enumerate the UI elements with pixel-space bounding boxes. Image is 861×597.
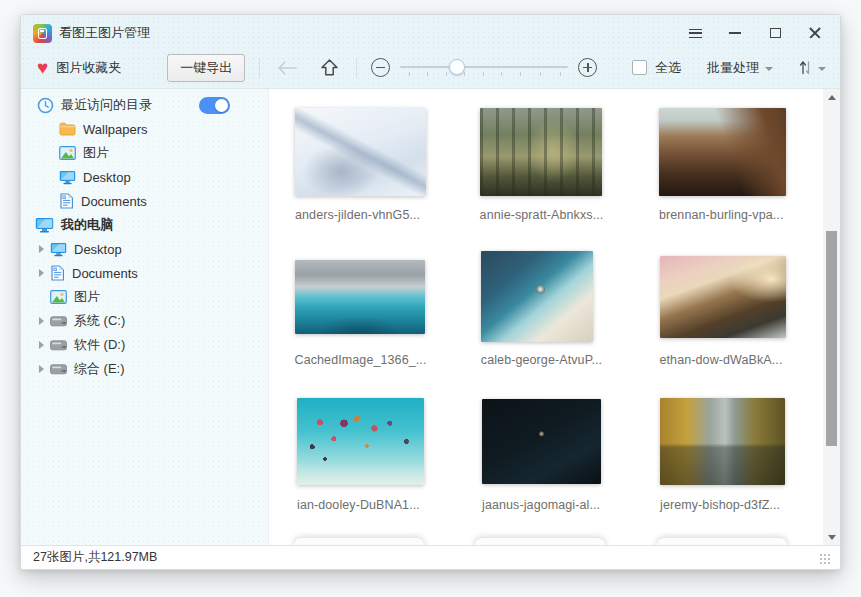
- thumbnail-image[interactable]: [295, 260, 425, 334]
- sidebar-item-desktop-recent[interactable]: Desktop: [21, 165, 268, 189]
- window-controls: [682, 22, 828, 44]
- thumbnail-cell[interactable]: jaanus-jagomagi-al...: [451, 394, 632, 539]
- sidebar-item-pictures[interactable]: 图片: [21, 285, 268, 309]
- sidebar-item-wallpapers[interactable]: Wallpapers: [21, 117, 268, 141]
- thumbnail-image[interactable]: [297, 398, 424, 485]
- drive-icon: [50, 364, 67, 375]
- desktop-background: 看图王图片管理 ♥ 图片收藏夹 一键导出: [0, 0, 861, 597]
- sidebar-item-drive-e[interactable]: 综合 (E:): [21, 357, 268, 381]
- thumbnail-filename[interactable]: jaanus-jagomagi-al...: [482, 498, 600, 512]
- sidebar-item-drive-d[interactable]: 软件 (D:): [21, 333, 268, 357]
- toolbar-separator: [356, 58, 357, 78]
- zoom-in-icon[interactable]: [578, 58, 597, 77]
- sidebar-section-recent[interactable]: 最近访问的目录: [21, 93, 268, 117]
- thumbnail-cell[interactable]: caleb-george-AtvuP...: [451, 249, 632, 394]
- thumbnail-cell[interactable]: brennan-burling-vpa...: [632, 104, 813, 249]
- thumbnail-image[interactable]: [295, 108, 426, 196]
- statusbar: 27张图片,共121.97MB: [21, 545, 840, 569]
- thumbnail-size-slider[interactable]: [400, 57, 568, 79]
- thumbnail-filename[interactable]: brennan-burling-vpa...: [659, 208, 784, 222]
- section-label[interactable]: 最近访问的目录: [61, 96, 152, 114]
- export-button[interactable]: 一键导出: [167, 54, 245, 82]
- monitor-icon: [59, 170, 76, 185]
- sort-icon[interactable]: [799, 60, 812, 75]
- up-home-icon[interactable]: [316, 56, 342, 80]
- expand-arrow-icon[interactable]: [39, 269, 44, 277]
- thumbnail-cell[interactable]: CachedImage_1366_...: [270, 249, 451, 394]
- thumbnail-cell[interactable]: anders-jilden-vhnG5...: [270, 104, 451, 249]
- thumbnail-cell[interactable]: jeremy-bishop-d3fZ...: [632, 394, 813, 539]
- sidebar-item-label[interactable]: Documents: [72, 266, 138, 281]
- sidebar-item-drive-c[interactable]: 系统 (C:): [21, 309, 268, 333]
- batch-process-dropdown[interactable]: 批量处理: [707, 59, 773, 77]
- slider-handle[interactable]: [449, 59, 465, 75]
- thumbnail-filename[interactable]: ian-dooley-DuBNA1...: [297, 498, 420, 512]
- select-all-checkbox[interactable]: [632, 60, 647, 75]
- sidebar-item-label[interactable]: 图片: [83, 144, 109, 162]
- sidebar-item-label[interactable]: Desktop: [74, 242, 122, 257]
- sidebar-item-documents-recent[interactable]: Documents: [21, 189, 268, 213]
- thumbnail-image[interactable]: [480, 108, 602, 196]
- sidebar-item-label[interactable]: Documents: [81, 194, 147, 209]
- resize-grip[interactable]: [818, 552, 830, 564]
- thumbnail-filename[interactable]: jeremy-bishop-d3fZ...: [660, 498, 780, 512]
- next-row-thumbnail-edge: [657, 538, 787, 545]
- thumbnail-cell[interactable]: ethan-dow-dWaBkA...: [632, 249, 813, 394]
- select-all-control[interactable]: 全选: [632, 59, 681, 77]
- expand-arrow-icon[interactable]: [39, 317, 44, 325]
- select-all-label[interactable]: 全选: [655, 59, 681, 77]
- expand-arrow-icon[interactable]: [39, 341, 44, 349]
- thumbnail-filename[interactable]: annie-spratt-Abnkxs...: [480, 208, 604, 222]
- thumbnail-image[interactable]: [660, 256, 786, 338]
- sidebar-item-documents[interactable]: Documents: [21, 261, 268, 285]
- thumbnail-cell[interactable]: ian-dooley-DuBNA1...: [270, 394, 451, 539]
- sidebar-item-label[interactable]: Wallpapers: [83, 122, 148, 137]
- thumbnail-image[interactable]: [660, 398, 785, 485]
- document-icon: [50, 265, 65, 281]
- sidebar-item-pictures-recent[interactable]: 图片: [21, 141, 268, 165]
- sort-dropdown[interactable]: [799, 60, 826, 75]
- zoom-out-icon[interactable]: [371, 58, 390, 77]
- thumbnail-image[interactable]: [481, 251, 593, 342]
- sidebar-item-label[interactable]: 图片: [74, 288, 100, 306]
- vertical-scrollbar[interactable]: [823, 89, 840, 545]
- toolbar-right-group: 全选 批量处理: [632, 59, 826, 77]
- thumbnail-image[interactable]: [659, 108, 786, 196]
- clock-icon: [37, 97, 54, 114]
- favorites-label[interactable]: 图片收藏夹: [56, 59, 121, 77]
- maximize-icon[interactable]: [762, 22, 788, 44]
- recent-toggle-switch[interactable]: [199, 97, 230, 114]
- toolbar: ♥ 图片收藏夹 一键导出: [21, 51, 840, 89]
- batch-process-label[interactable]: 批量处理: [707, 59, 759, 77]
- thumbnail-cell[interactable]: annie-spratt-Abnkxs...: [451, 104, 632, 249]
- thumbnail-filename[interactable]: anders-jilden-vhnG5...: [295, 208, 420, 222]
- caret-down-icon: [818, 67, 826, 71]
- heart-icon[interactable]: ♥: [37, 58, 48, 77]
- menu-icon[interactable]: [682, 22, 708, 44]
- expand-arrow-icon[interactable]: [39, 365, 44, 373]
- sidebar-item-label[interactable]: 软件 (D:): [74, 336, 125, 354]
- sidebar-item-desktop[interactable]: Desktop: [21, 237, 268, 261]
- close-icon[interactable]: [802, 22, 828, 44]
- next-row-thumbnail-edge: [294, 538, 424, 545]
- scroll-up-icon[interactable]: [823, 89, 840, 105]
- minimize-icon[interactable]: [722, 22, 748, 44]
- drive-icon: [50, 340, 67, 351]
- slider-track[interactable]: [400, 66, 568, 68]
- sidebar-item-label[interactable]: Desktop: [83, 170, 131, 185]
- back-icon[interactable]: [274, 56, 300, 80]
- picture-icon: [50, 290, 67, 304]
- titlebar[interactable]: 看图王图片管理: [21, 15, 840, 51]
- section-label[interactable]: 我的电脑: [61, 216, 113, 234]
- thumbnail-filename[interactable]: caleb-george-AtvuP...: [481, 353, 602, 367]
- sidebar-item-label[interactable]: 系统 (C:): [74, 312, 125, 330]
- sidebar-section-computer[interactable]: 我的电脑: [21, 213, 268, 237]
- expand-arrow-icon[interactable]: [39, 245, 44, 253]
- thumbnail-filename[interactable]: CachedImage_1366_...: [295, 353, 427, 367]
- sidebar-item-label[interactable]: 综合 (E:): [74, 360, 125, 378]
- app-identity: 看图王图片管理: [33, 24, 150, 43]
- scrollbar-thumb[interactable]: [826, 231, 837, 446]
- thumbnail-image[interactable]: [482, 399, 601, 484]
- scroll-down-icon[interactable]: [823, 529, 840, 545]
- thumbnail-filename[interactable]: ethan-dow-dWaBkA...: [660, 353, 783, 367]
